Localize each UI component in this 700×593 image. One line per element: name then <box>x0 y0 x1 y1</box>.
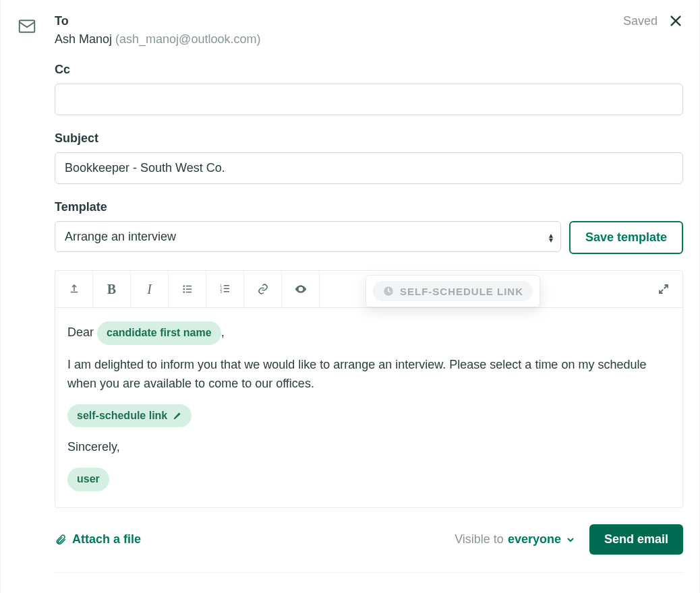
visibility-prefix: Visible to <box>455 532 504 547</box>
clock-icon <box>382 285 395 297</box>
greeting-prefix: Dear <box>67 325 97 339</box>
expand-icon <box>658 283 670 295</box>
recipient-chip[interactable]: Ash Manoj (ash_manoj@outlook.com) <box>55 32 683 46</box>
token-user[interactable]: user <box>67 468 109 491</box>
svg-rect-8 <box>185 292 191 293</box>
recipient-email: (ash_manoj@outlook.com) <box>115 32 260 46</box>
chevron-down-icon <box>565 534 576 545</box>
svg-rect-6 <box>185 288 191 290</box>
svg-rect-14 <box>223 291 229 292</box>
numbered-list-button[interactable]: 1 2 3 <box>206 271 244 307</box>
save-template-button[interactable]: Save template <box>569 221 683 254</box>
subject-input[interactable] <box>55 152 683 184</box>
svg-rect-12 <box>223 288 229 290</box>
template-select[interactable]: Arrange an interview <box>55 221 561 252</box>
self-schedule-chip-label: SELF-SCHEDULE LINK <box>400 286 523 297</box>
insert-image-button[interactable] <box>55 271 93 307</box>
subject-label: Subject <box>55 131 683 146</box>
preview-button[interactable] <box>282 271 320 307</box>
bullet-list-button[interactable] <box>169 271 206 307</box>
recipient-name: Ash Manoj <box>55 32 112 46</box>
attach-file-button[interactable]: Attach a file <box>55 532 141 547</box>
greeting-suffix: , <box>221 325 225 339</box>
svg-rect-4 <box>185 286 191 287</box>
close-button[interactable] <box>668 13 683 28</box>
italic-button[interactable]: I <box>131 271 169 307</box>
email-body-editor[interactable]: Dear candidate first name , I am delight… <box>55 307 683 508</box>
self-schedule-chip[interactable]: SELF-SCHEDULE LINK <box>366 275 540 307</box>
link-icon <box>257 283 269 295</box>
bold-icon: B <box>107 282 116 297</box>
visibility-value: everyone <box>508 532 561 547</box>
token-candidate-first-name[interactable]: candidate first name <box>97 321 221 345</box>
numbered-list-icon: 1 2 3 <box>219 283 231 295</box>
expand-button[interactable] <box>645 271 682 307</box>
link-button[interactable] <box>244 271 282 307</box>
italic-icon: I <box>147 282 152 297</box>
pencil-icon <box>173 411 182 420</box>
attach-file-label: Attach a file <box>72 532 141 547</box>
svg-point-5 <box>183 288 185 290</box>
saved-status: Saved <box>623 14 658 28</box>
to-label: To <box>55 14 69 28</box>
editor-toolbar: B I 1 2 3 <box>55 270 683 307</box>
token-self-schedule-link[interactable]: self-schedule link <box>67 404 192 428</box>
email-compose-panel: To Saved Ash Manoj (ash_manoj@outlook.co… <box>0 0 700 593</box>
svg-rect-0 <box>20 20 35 32</box>
svg-point-3 <box>183 285 185 287</box>
cc-input[interactable] <box>55 84 683 115</box>
svg-text:3: 3 <box>220 290 222 294</box>
body-paragraph: I am delighted to inform you that we wou… <box>67 356 670 394</box>
svg-rect-10 <box>223 285 229 286</box>
template-select-wrap: Arrange an interview ▴▾ <box>55 221 561 254</box>
send-email-button[interactable]: Send email <box>589 524 683 555</box>
cc-label: Cc <box>55 63 683 77</box>
footer-divider <box>55 572 683 573</box>
svg-point-7 <box>183 291 185 293</box>
eye-icon <box>294 282 308 296</box>
bullet-list-icon <box>181 283 194 295</box>
paperclip-icon <box>55 534 67 546</box>
mail-icon <box>17 13 55 39</box>
bold-button[interactable]: B <box>93 271 131 307</box>
signoff: Sincerely, <box>67 438 670 457</box>
upload-icon <box>68 283 80 295</box>
template-label: Template <box>55 200 683 214</box>
visibility-toggle[interactable]: Visible to everyone <box>455 532 576 547</box>
close-icon <box>668 13 683 28</box>
